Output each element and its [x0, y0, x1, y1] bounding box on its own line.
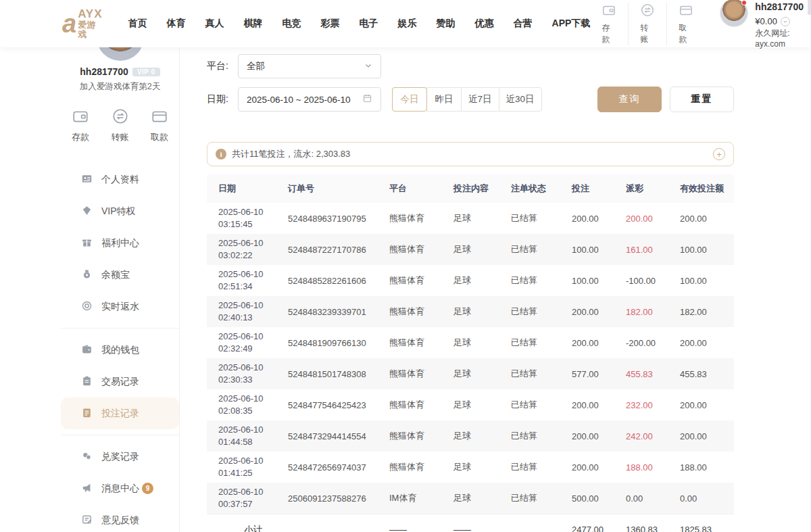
wallet-icon [72, 107, 89, 127]
header-transfer-label: 转账 [640, 22, 655, 45]
sidebar-item-rebate[interactable]: 实时返水 [61, 291, 179, 322]
cell-payout: 200.00 [626, 214, 680, 224]
cell-bet: 500.00 [572, 493, 626, 504]
nav-home[interactable]: 首页 [128, 18, 147, 30]
subtotal-payout: 1360.83 [626, 525, 680, 532]
nav-slots[interactable]: 电子 [360, 18, 378, 30]
reset-button[interactable]: 重置 [670, 87, 734, 112]
sidebar-username: hh2817700 [80, 66, 128, 77]
nav-affiliate[interactable]: 合营 [514, 18, 533, 30]
range-yesterday-button[interactable]: 昨日 [426, 87, 462, 112]
sidebar-item-messages[interactable]: 消息中心 9 [61, 473, 179, 504]
nav-sponsor[interactable]: 赞助 [437, 18, 456, 30]
sidebar-item-transactions[interactable]: 交易记录 [61, 366, 179, 397]
range-today-button[interactable]: 今日 [392, 87, 427, 112]
cell-date: 2025-06-1002:40:13 [218, 299, 288, 323]
brand-logo[interactable]: a AYX 爱游戏 [62, 8, 103, 39]
nav-esports[interactable]: 电竞 [282, 18, 301, 30]
sidebar-transfer-button[interactable]: 转账 [112, 107, 129, 143]
cell-platform: 熊猫体育 [389, 399, 453, 411]
sidebar-withdraw-button[interactable]: 取款 [151, 107, 168, 143]
sidebar-item-yuebao[interactable]: 余额宝 [61, 259, 179, 291]
cell-status: 已结算 [511, 243, 572, 256]
cell-valid: 200.00 [680, 214, 734, 224]
sidebar-transfer-label: 转账 [112, 131, 129, 143]
cell-order: 2506091237588276 [288, 493, 389, 504]
nav-live[interactable]: 真人 [205, 18, 224, 30]
cell-content: 足球 [453, 399, 511, 411]
cell-status: 已结算 [511, 274, 572, 287]
table-row: 2025-06-1002:51:345248485282261606熊猫体育足球… [207, 265, 734, 296]
col-bet: 投注 [572, 183, 626, 195]
cell-valid: 200.00 [680, 338, 734, 348]
subtotal-bet: 2477.00 [572, 525, 626, 532]
wallet-icon [601, 3, 616, 20]
money-pot-icon [81, 268, 93, 282]
cell-content: 足球 [453, 337, 511, 349]
table-row: 2025-06-1000:37:572506091237588276IM体育足球… [207, 483, 734, 514]
balance-refresh-icon[interactable] [781, 17, 790, 26]
header-user-block[interactable]: hh2817700 VIP 0 ¥0.00 永久网址: ayx.com [720, 0, 811, 49]
sidebar-item-wallet[interactable]: 我的钱包 [61, 334, 179, 366]
nav-lottery[interactable]: 彩票 [321, 18, 340, 30]
nav-app-download[interactable]: APP下载 [552, 18, 591, 30]
nav-promo[interactable]: 优惠 [475, 18, 494, 30]
cell-content: 足球 [453, 368, 511, 380]
main-nav: 首页 体育 真人 棋牌 电竞 彩票 电子 娱乐 赞助 优惠 合营 APP下载 [128, 18, 591, 30]
nav-sports[interactable]: 体育 [167, 18, 186, 30]
table-header-row: 日期 订单号 平台 投注内容 注单状态 投注 派彩 有效投注额 [207, 174, 734, 203]
cell-date: 2025-06-1002:30:33 [218, 362, 288, 385]
cell-status: 已结算 [511, 461, 572, 473]
cell-content: 足球 [453, 430, 511, 442]
col-platform: 平台 [389, 183, 453, 195]
user-avatar[interactable] [720, 0, 748, 27]
cell-order: 5248485282261606 [288, 276, 389, 286]
cell-date: 2025-06-1003:15:45 [218, 206, 288, 230]
cell-status: 已结算 [511, 368, 572, 380]
cell-valid: 100.00 [680, 245, 734, 255]
header-withdraw-button[interactable]: 取款 [666, 3, 705, 45]
sidebar-item-profile[interactable]: 个人资料 [61, 164, 179, 195]
platform-select[interactable]: 全部 [238, 54, 381, 78]
subtotal-valid: 1825.83 [680, 525, 734, 532]
cell-payout: 455.83 [626, 369, 680, 379]
cell-payout: 161.00 [626, 245, 680, 255]
cell-content: 足球 [453, 461, 511, 473]
header-deposit-button[interactable]: 存款 [590, 3, 628, 45]
date-filter-label: 日期: [207, 93, 238, 105]
subtotal-platform-dash: —— [389, 525, 453, 532]
rebate-target-icon [81, 300, 93, 314]
table-row: 2025-06-1002:08:355248477546425423熊猫体育足球… [207, 389, 734, 420]
sidebar-item-feedback[interactable]: 意见反馈 [61, 504, 179, 532]
sidebar-deposit-button[interactable]: 存款 [72, 107, 89, 143]
header-transfer-button[interactable]: 转账 [628, 3, 666, 45]
search-button[interactable]: 查询 [597, 87, 662, 112]
sidebar-item-welfare[interactable]: 福利中心 [61, 227, 179, 259]
expand-plus-icon[interactable]: + [713, 148, 725, 160]
sidebar-item-vip[interactable]: VIP特权 [61, 195, 179, 227]
sidebar-item-prize-records[interactable]: 兑奖记录 [61, 441, 179, 473]
date-range-input[interactable]: 2025-06-10 ~ 2025-06-10 [238, 87, 381, 112]
range-30days-button[interactable]: 近30日 [499, 87, 542, 112]
cell-platform: 熊猫体育 [389, 430, 453, 442]
header-deposit-label: 存款 [601, 22, 616, 45]
cell-valid: 182.00 [680, 307, 734, 317]
cell-platform: 熊猫体育 [389, 368, 453, 380]
cell-date: 2025-06-1002:32:49 [218, 331, 288, 354]
sidebar-item-bet-records[interactable]: 投注记录 [61, 397, 179, 429]
cell-status: 已结算 [511, 212, 572, 224]
clipboard-icon [81, 375, 93, 389]
subtotal-row: 小计 —— —— 2477.00 1360.83 1825.83 [207, 514, 734, 532]
wallet-solid-icon [81, 343, 93, 357]
nav-chess[interactable]: 棋牌 [244, 18, 263, 30]
platform-select-value: 全部 [247, 60, 265, 72]
range-7days-button[interactable]: 近7日 [461, 87, 499, 112]
cell-order: 5248483239339701 [288, 307, 389, 317]
sidebar-divider [61, 435, 179, 435]
cell-valid: 0.00 [680, 493, 734, 504]
nav-entertainment[interactable]: 娱乐 [398, 18, 417, 30]
date-range-value: 2025-06-10 ~ 2025-06-10 [247, 95, 351, 105]
sidebar-vip-badge: VIP 0 [132, 68, 160, 76]
cell-bet: 200.00 [572, 400, 626, 410]
table-row: 2025-06-1002:40:135248483239339701熊猫体育足球… [207, 296, 734, 327]
